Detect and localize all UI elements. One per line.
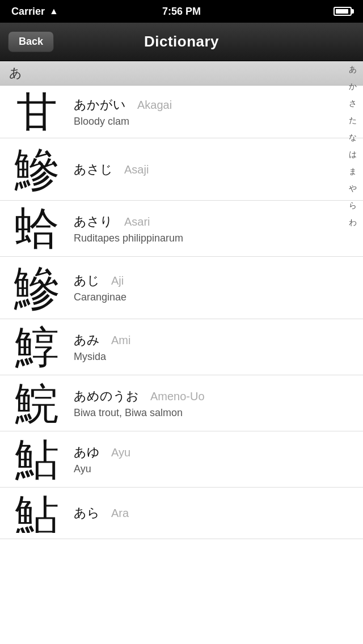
wifi-icon: ▲ bbox=[49, 6, 58, 16]
status-time: 7:56 PM bbox=[162, 6, 201, 18]
entry-hiragana: あら bbox=[74, 505, 100, 522]
entry-kanji: 鯇 bbox=[6, 381, 68, 425]
entry-hiragana: あゆ bbox=[74, 444, 100, 461]
entry-hiragana: あみ bbox=[74, 332, 100, 349]
table-row[interactable]: 甘 あかがい Akagai Bloody clam bbox=[0, 86, 363, 138]
index-na[interactable]: な bbox=[343, 129, 363, 146]
table-row[interactable]: 蛤 あさり Asari Ruditapes philippinarum bbox=[0, 201, 363, 257]
entry-kanji: 鯙 bbox=[6, 325, 68, 369]
entry-hiragana: あめのうお bbox=[74, 388, 139, 405]
entry-content: あかがい Akagai Bloody clam bbox=[68, 96, 363, 128]
table-row[interactable]: 鮎 あゆ Ayu Ayu bbox=[0, 431, 363, 488]
index-a[interactable]: あ bbox=[343, 61, 363, 78]
entry-description: Biwa trout, Biwa salmon bbox=[74, 407, 340, 419]
entry-hiragana: あかがい bbox=[74, 96, 126, 113]
index-wa[interactable]: わ bbox=[343, 214, 363, 231]
section-label: あ bbox=[9, 66, 22, 80]
nav-bar: Back Dictionary bbox=[0, 23, 363, 61]
entry-content: あゆ Ayu Ayu bbox=[68, 444, 363, 475]
entry-kanji: 甘 bbox=[6, 91, 68, 132]
entry-kanji: 鮎 bbox=[6, 493, 68, 533]
table-row[interactable]: 鰺 あじ Aji Caranginae bbox=[0, 257, 363, 319]
entry-hiragana: あじ bbox=[74, 272, 100, 289]
entry-content: あら Ara bbox=[68, 505, 363, 522]
section-header: あ bbox=[0, 61, 363, 86]
table-row[interactable]: 鮎 あら Ara bbox=[0, 488, 363, 539]
carrier-text: Carrier bbox=[11, 6, 45, 18]
entry-romaji: Ara bbox=[111, 507, 129, 520]
entry-romaji: Ayu bbox=[111, 446, 130, 459]
back-button[interactable]: Back bbox=[8, 31, 54, 52]
index-ya[interactable]: や bbox=[343, 180, 363, 197]
entry-description: Caranginae bbox=[74, 291, 340, 303]
entry-hiragana: あさじ bbox=[74, 161, 113, 178]
status-right bbox=[334, 7, 352, 16]
entry-hiragana: あさり bbox=[74, 213, 113, 230]
index-ma[interactable]: ま bbox=[343, 163, 363, 180]
index-ra[interactable]: ら bbox=[343, 197, 363, 214]
battery-icon bbox=[334, 7, 352, 16]
index-ta[interactable]: た bbox=[343, 112, 363, 129]
battery-fill bbox=[336, 9, 348, 14]
nav-title: Dictionary bbox=[144, 33, 219, 50]
entry-content: あじ Aji Caranginae bbox=[68, 272, 363, 303]
entry-kanji: 蛤 bbox=[6, 206, 68, 251]
entry-romaji: Ami bbox=[111, 334, 130, 347]
status-bar: Carrier ▲ 7:56 PM bbox=[0, 0, 363, 23]
entry-list: 甘 あかがい Akagai Bloody clam 鰺 あさじ Asaji 蛤 … bbox=[0, 86, 363, 539]
status-carrier: Carrier ▲ bbox=[11, 6, 58, 18]
entry-content: あめのうお Ameno-Uo Biwa trout, Biwa salmon bbox=[68, 388, 363, 419]
table-row[interactable]: 鯇 あめのうお Ameno-Uo Biwa trout, Biwa salmon bbox=[0, 375, 363, 431]
index-ha[interactable]: は bbox=[343, 146, 363, 163]
table-row[interactable]: 鰺 あさじ Asaji bbox=[0, 138, 363, 201]
entry-description: Bloody clam bbox=[74, 116, 340, 128]
entry-romaji: Aji bbox=[111, 274, 124, 287]
entry-content: あさり Asari Ruditapes philippinarum bbox=[68, 213, 363, 244]
entry-romaji: Akagai bbox=[137, 99, 172, 112]
entry-content: あさじ Asaji bbox=[68, 161, 363, 178]
entry-romaji: Asari bbox=[124, 215, 150, 228]
entry-description: Mysida bbox=[74, 351, 340, 363]
entry-kanji: 鰺 bbox=[6, 147, 68, 192]
entry-description: Ruditapes philippinarum bbox=[74, 232, 340, 244]
entry-kanji: 鰺 bbox=[6, 265, 68, 311]
table-row[interactable]: 鯙 あみ Ami Mysida bbox=[0, 319, 363, 375]
entry-description: Ayu bbox=[74, 463, 340, 475]
index-sa[interactable]: さ bbox=[343, 95, 363, 112]
index-sidebar: あ か さ た な は ま や ら わ bbox=[343, 61, 363, 231]
entry-kanji: 鮎 bbox=[6, 437, 68, 481]
entry-content: あみ Ami Mysida bbox=[68, 332, 363, 363]
entry-romaji: Asaji bbox=[124, 163, 149, 176]
entry-romaji: Ameno-Uo bbox=[150, 390, 205, 403]
index-ka[interactable]: か bbox=[343, 78, 363, 95]
